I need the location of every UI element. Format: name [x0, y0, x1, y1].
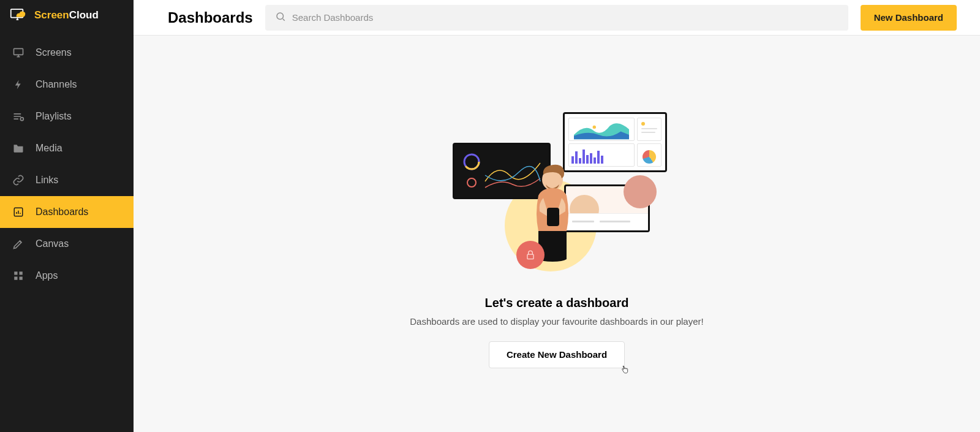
search-input[interactable] [292, 12, 839, 23]
empty-state-title: Let's create a dashboard [485, 296, 629, 310]
sidebar-item-label: Channels [36, 79, 77, 90]
svg-rect-6 [14, 277, 17, 280]
search-icon [275, 11, 286, 25]
bar-chart-icon [12, 206, 24, 218]
sidebar-item-label: Screens [36, 47, 72, 58]
sidebar-nav: Screens Channels Playlists Media Links [0, 37, 134, 292]
svg-point-8 [277, 13, 284, 20]
sidebar: ScreenCloud Screens Channels Playlists [0, 0, 134, 432]
svg-point-2 [20, 118, 23, 121]
pen-icon [12, 238, 24, 250]
new-dashboard-button[interactable]: New Dashboard [861, 5, 957, 31]
link-icon [12, 174, 24, 186]
sidebar-item-label: Apps [36, 270, 58, 281]
content-area: Let's create a dashboard Dashboards are … [134, 36, 980, 432]
svg-rect-4 [14, 271, 17, 275]
sidebar-item-links[interactable]: Links [0, 164, 134, 196]
sidebar-item-label: Canvas [36, 238, 69, 249]
search-box[interactable] [265, 5, 848, 31]
svg-rect-15 [527, 254, 533, 259]
brand-name-a: Screen [34, 9, 69, 21]
create-new-dashboard-label: Create New Dashboard [507, 349, 607, 360]
sidebar-item-apps[interactable]: Apps [0, 260, 134, 292]
sidebar-item-label: Dashboards [36, 207, 88, 218]
svg-point-12 [593, 125, 596, 128]
sidebar-item-label: Playlists [36, 111, 72, 122]
apps-grid-icon [12, 270, 24, 282]
brand-logo: ScreenCloud [0, 6, 134, 37]
sidebar-item-media[interactable]: Media [0, 132, 134, 164]
empty-state-illustration [447, 106, 667, 278]
folder-icon [12, 142, 24, 154]
svg-rect-14 [547, 208, 559, 226]
svg-rect-7 [20, 277, 23, 280]
brand-logo-icon [10, 9, 29, 22]
brand-name-b: Cloud [69, 9, 99, 21]
page-title: Dashboards [168, 9, 253, 26]
sidebar-item-playlists[interactable]: Playlists [0, 100, 134, 132]
playlist-icon [12, 110, 24, 123]
sidebar-item-dashboards[interactable]: Dashboards [0, 196, 134, 228]
main: Dashboards New Dashboard [134, 0, 980, 432]
cursor-hand-icon [620, 364, 629, 375]
svg-rect-5 [20, 271, 23, 275]
sidebar-item-screens[interactable]: Screens [0, 37, 134, 69]
svg-point-11 [467, 178, 476, 187]
svg-rect-1 [14, 48, 23, 55]
sidebar-item-canvas[interactable]: Canvas [0, 228, 134, 260]
empty-state: Let's create a dashboard Dashboards are … [410, 106, 703, 368]
empty-state-subtitle: Dashboards are used to display your favo… [410, 316, 703, 327]
sidebar-item-label: Links [36, 175, 58, 186]
create-new-dashboard-button[interactable]: Create New Dashboard [489, 341, 625, 368]
sidebar-item-channels[interactable]: Channels [0, 69, 134, 100]
topbar: Dashboards New Dashboard [134, 0, 980, 36]
monitor-icon [12, 47, 24, 59]
sidebar-item-label: Media [36, 143, 62, 154]
bolt-icon [12, 78, 24, 91]
